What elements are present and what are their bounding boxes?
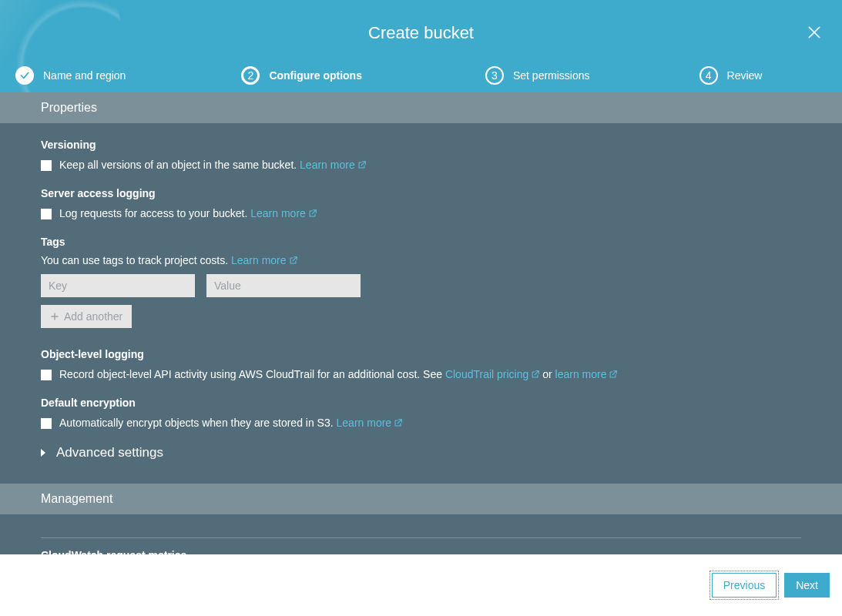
modal-header: Create bucket Name and region 2 Configur… [0,0,842,92]
step-label: Set permissions [513,69,590,82]
external-link-icon [531,370,539,379]
next-button[interactable]: Next [784,573,830,598]
advanced-settings-toggle[interactable]: Advanced settings [41,445,801,460]
management-section-header: Management [0,484,842,514]
step-set-permissions[interactable]: 3 Set permissions [485,66,590,85]
close-icon [807,25,822,40]
plus-icon [50,312,59,321]
modal-title: Create bucket [368,23,474,43]
wizard-steps: Name and region 2 Configure options 3 Se… [0,66,842,85]
add-another-tag-button[interactable]: Add another [41,305,132,328]
modal-body[interactable]: Properties Versioning Keep all versions … [0,92,842,554]
versioning-group: Versioning Keep all versions of an objec… [41,139,801,173]
create-bucket-modal: Create bucket Name and region 2 Configur… [0,0,842,616]
object-level-logging-group: Object-level logging Record object-level… [41,348,801,383]
tags-desc: You can use tags to track project costs.… [41,254,801,266]
tags-group: Tags You can use tags to track project c… [41,236,801,328]
cloudwatch-title: CloudWatch request metrics [41,549,801,554]
modal-footer: Previous Next [0,554,842,616]
tag-key-input[interactable] [41,274,195,297]
versioning-desc: Keep all versions of an object in the sa… [59,157,366,173]
step-label: Review [727,69,763,82]
checkmark-icon [19,70,30,81]
cloudtrail-pricing-link[interactable]: CloudTrail pricing [445,368,539,380]
encryption-checkbox[interactable] [41,418,52,429]
encryption-title: Default encryption [41,397,801,409]
logging-title: Server access logging [41,187,801,199]
step-label: Name and region [43,69,126,82]
logging-checkbox[interactable] [41,209,52,219]
properties-section-header: Properties [0,92,842,123]
external-link-icon [394,419,402,427]
previous-button[interactable]: Previous [712,573,777,598]
server-access-logging-group: Server access logging Log requests for a… [41,187,801,222]
step-name-and-region[interactable]: Name and region [15,66,126,85]
step-label: Configure options [269,69,362,82]
external-link-icon [289,256,297,265]
encryption-desc: Automatically encrypt objects when they … [59,415,402,431]
tags-title: Tags [41,236,801,248]
caret-right-icon [41,449,45,457]
divider [41,537,801,538]
external-link-icon [308,209,317,218]
object-logging-learn-more-link[interactable]: learn more [555,368,618,380]
object-logging-desc: Record object-level API activity using A… [59,367,617,383]
encryption-learn-more-link[interactable]: Learn more [337,417,403,429]
versioning-checkbox[interactable] [41,160,52,171]
versioning-learn-more-link[interactable]: Learn more [300,159,366,171]
step-configure-options[interactable]: 2 Configure options [241,66,362,85]
logging-desc: Log requests for access to your bucket. … [59,206,317,222]
tags-learn-more-link[interactable]: Learn more [231,254,297,266]
step-review[interactable]: 4 Review [699,66,763,85]
versioning-title: Versioning [41,139,801,151]
default-encryption-group: Default encryption Automatically encrypt… [41,397,801,431]
object-logging-checkbox[interactable] [41,370,52,380]
object-logging-title: Object-level logging [41,348,801,360]
logging-learn-more-link[interactable]: Learn more [250,207,317,219]
tag-value-input[interactable] [206,274,361,297]
external-link-icon [609,370,617,379]
external-link-icon [357,161,366,169]
close-button[interactable] [807,25,822,43]
